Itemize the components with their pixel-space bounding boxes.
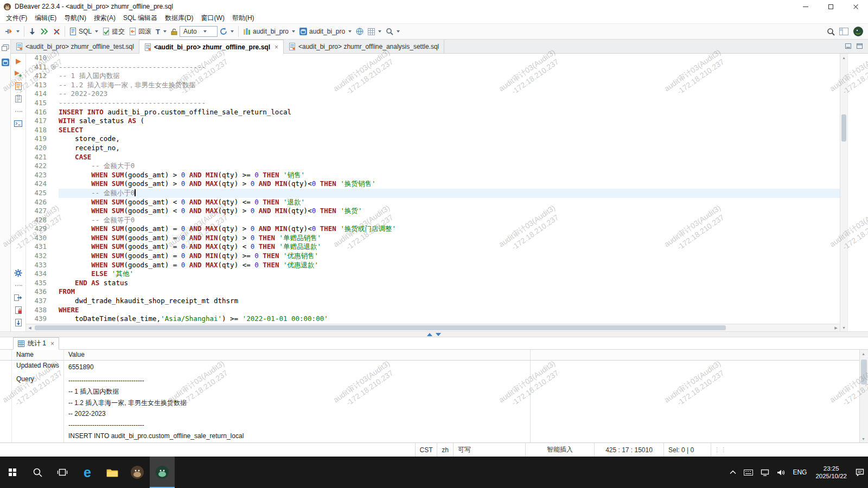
code-line[interactable]: 411------------------------------------ [26, 63, 840, 72]
more-dots-icon[interactable] [14, 107, 23, 115]
tab-close-icon[interactable]: × [275, 43, 278, 51]
code-line[interactable]: 432 WHEN SUM(goods_amt) = 0 AND MIN(qty)… [26, 252, 840, 261]
result-value-cell[interactable]: 6551890 [64, 361, 531, 374]
volume-button[interactable] [773, 457, 789, 488]
cancel-button[interactable] [51, 25, 62, 38]
splitter-up-icon[interactable] [427, 333, 432, 336]
execute-statement-icon[interactable] [14, 57, 23, 66]
scroll-down-icon[interactable]: ▼ [860, 435, 867, 442]
close-button[interactable] [843, 0, 868, 13]
code-line[interactable]: 437 dwd_trade_hkaudit_shop_receipt_mt dt… [26, 297, 840, 306]
global-search-button[interactable] [825, 25, 837, 38]
execute-new-tab-icon[interactable] [14, 69, 23, 78]
result-row[interactable]: Updated Rows6551890 [0, 361, 868, 374]
code-line[interactable]: 412-- 1 插入国内数据 [26, 72, 840, 81]
code-line[interactable]: 421 CASE [26, 153, 840, 162]
action-center-button[interactable] [852, 457, 868, 488]
result-value-cell[interactable]: ------------------------------------- 1 … [64, 374, 531, 443]
execute-connect-button[interactable] [2, 25, 22, 38]
code-line[interactable]: 428 -- 金额等于0 [26, 216, 840, 225]
results-scroll-thumb[interactable] [861, 359, 867, 384]
statistics-tab[interactable]: 统计 1 × [13, 337, 59, 350]
code-line[interactable]: 427 WHEN SUM(goods_amt) < 0 AND MAX(qty)… [26, 207, 840, 216]
result-row[interactable]: Query-----------------------------------… [0, 374, 868, 443]
column-header-value[interactable]: Value [64, 350, 531, 360]
scroll-down-icon[interactable]: ▼ [840, 324, 847, 331]
code-line[interactable]: 438WHERE [26, 306, 840, 315]
dbeaver-logo-button[interactable] [851, 25, 866, 38]
code-line[interactable]: 414-- 2022-2023 [26, 89, 840, 99]
code-line[interactable]: 420 receipt_no, [26, 144, 840, 153]
result-name-cell[interactable]: Query [12, 374, 64, 443]
column-header-name[interactable]: Name [12, 350, 64, 360]
commit-mode-combo[interactable]: Auto [180, 26, 218, 37]
file-explorer-button[interactable] [100, 457, 125, 488]
code-line[interactable]: 417WITH sale_status AS ( [26, 117, 840, 126]
dbeaver-active-button[interactable] [150, 457, 175, 488]
export-result-icon[interactable] [14, 293, 23, 302]
start-button[interactable] [0, 457, 25, 488]
maximize-editor-icon[interactable] [857, 43, 863, 50]
code-line[interactable]: 422 -- 金额大于0 [26, 162, 840, 171]
perspective-button[interactable] [837, 25, 851, 38]
search-dropdown[interactable] [384, 25, 402, 38]
code-line[interactable]: 425 -- 金额小于0 [26, 189, 840, 198]
splitter-down-icon[interactable] [436, 333, 441, 336]
open-terminal-icon[interactable] [14, 119, 23, 128]
maximize-button[interactable] [818, 0, 843, 13]
tab-close-icon[interactable]: × [50, 340, 54, 348]
execute-script-icon[interactable] [14, 82, 23, 91]
code-line[interactable]: 429 WHEN SUM(goods_amt) = 0 AND MAX(qty)… [26, 224, 840, 234]
menu-item[interactable]: 数据库(D) [161, 14, 197, 23]
code-line[interactable]: 439 toDateTime(sale_time,'Asia/Shanghai'… [26, 314, 840, 324]
refresh-timer-button[interactable] [218, 25, 236, 38]
menu-item[interactable]: 帮助(H) [228, 14, 258, 23]
menu-item[interactable]: 文件(F) [2, 14, 31, 23]
refresh-rows-button[interactable] [38, 25, 51, 38]
panel-splitter[interactable] [0, 331, 868, 337]
vertical-scroll-thumb[interactable] [841, 114, 846, 142]
globe-button[interactable] [354, 25, 366, 38]
database-selector[interactable]: audit_bi_pro [297, 25, 354, 38]
scroll-up-icon[interactable]: ▲ [860, 350, 867, 357]
menu-item[interactable]: 导航(N) [60, 14, 90, 23]
code-line[interactable]: 416INSERT INTO audit_bi_pro.custom_offli… [26, 108, 840, 117]
menu-item[interactable]: 搜索(A) [90, 14, 119, 23]
horizontal-scrollbar[interactable]: ◀ ▶ [26, 324, 840, 331]
menu-item[interactable]: 窗口(W) [197, 14, 228, 23]
more-dots-icon[interactable] [14, 281, 23, 290]
code-line[interactable]: 415------------------------------------ [26, 99, 840, 108]
code-line[interactable]: 434 ELSE '其他' [26, 269, 840, 279]
file-lock-icon[interactable] [14, 306, 23, 314]
results-vertical-scrollbar[interactable]: ▲ ▼ [859, 350, 868, 442]
clock[interactable]: 23:25 2025/10/22 [810, 457, 852, 488]
menu-item[interactable]: SQL 编辑器 [119, 14, 161, 23]
rollback-button[interactable]: 回滚 [127, 25, 154, 38]
editor-tab[interactable]: <audit_bi_pro> zhumr_offline_test.sql [11, 40, 139, 53]
code-editor[interactable]: 410411----------------------------------… [26, 54, 840, 331]
code-line[interactable]: 433 WHEN SUM(goods_amt) = 0 AND MAX(qty)… [26, 261, 840, 270]
connection-selector[interactable]: audit_bi_pro [241, 25, 297, 38]
menu-item[interactable]: 编辑(E) [31, 14, 60, 23]
network-button[interactable] [757, 457, 773, 488]
transaction-log-button[interactable]: T [154, 25, 169, 38]
fold-collapse-icon[interactable] [51, 65, 56, 69]
file-load-icon[interactable] [14, 318, 23, 327]
minimize-editor-icon[interactable] [845, 43, 851, 50]
editor-tab[interactable]: <audit_bi_pro> zhumr_offline_pre.sql× [139, 40, 284, 54]
language-indicator[interactable]: ENG [789, 457, 810, 488]
database-navigator-icon[interactable] [2, 59, 9, 68]
code-line[interactable]: 410 [26, 54, 840, 63]
edge-button[interactable]: e [75, 457, 100, 488]
dbeaver-pinned-button[interactable] [125, 457, 150, 488]
code-line[interactable]: 430 WHEN SUM(goods_amt) = 0 AND MIN(qty)… [26, 234, 840, 243]
sql-editor-dropdown[interactable]: SQL [67, 25, 100, 38]
grid-mode-button[interactable] [366, 25, 384, 38]
scroll-left-icon[interactable]: ◀ [26, 324, 34, 331]
explain-plan-icon[interactable] [14, 94, 23, 103]
tray-expand-button[interactable] [726, 457, 740, 488]
settings-gear-icon[interactable] [14, 268, 23, 277]
horizontal-scroll-thumb[interactable] [35, 325, 726, 330]
editor-tab[interactable]: <audit_bi_pro> zhumr_offline_analysis_se… [284, 40, 444, 53]
scroll-right-icon[interactable]: ▶ [832, 324, 840, 331]
